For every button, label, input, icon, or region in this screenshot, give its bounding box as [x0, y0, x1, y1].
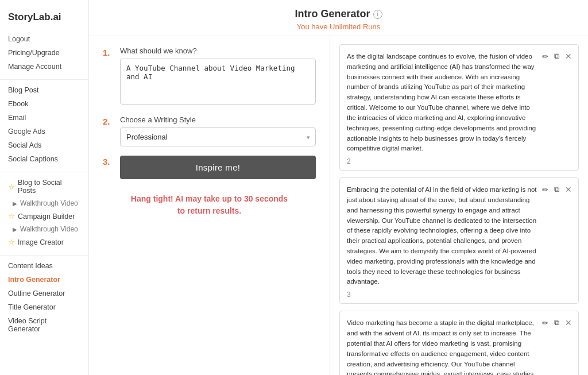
edit-button[interactable]: ✏: [540, 318, 550, 328]
sidebar-item-blog-post[interactable]: Blog Post: [0, 83, 88, 97]
sidebar-item-title-generator[interactable]: Title Generator: [0, 300, 88, 314]
sidebar-sub-walkthrough-2[interactable]: ▶ Walkthrough Video: [0, 223, 88, 235]
result-card-text: Embracing the potential of AI in the fie…: [347, 185, 571, 287]
result-card: Video marketing has become a staple in t…: [339, 311, 579, 375]
step-number-2: 2.: [103, 117, 113, 126]
close-button[interactable]: ✕: [563, 51, 574, 62]
star-icon-1: ☆: [8, 183, 15, 191]
star-section: ☆ Blog to Social Posts ▶ Walkthrough Vid…: [0, 176, 88, 252]
sidebar-item-campaign-builder[interactable]: ☆ Campaign Builder: [0, 209, 88, 223]
star-icon-3: ☆: [8, 238, 15, 246]
form-step-3: 3. Inspire me!: [103, 156, 316, 179]
copy-button[interactable]: ⧉: [552, 51, 561, 62]
result-card-number: 2: [347, 157, 571, 165]
sidebar: StoryLab.ai Logout Pricing/Upgrade Manag…: [0, 0, 89, 375]
sidebar-item-google-ads[interactable]: Google Ads: [0, 125, 88, 138]
result-card-actions: ✏ ⧉ ✕: [540, 51, 574, 62]
page-header: Intro Generator i You have Unlimited Run…: [89, 0, 588, 36]
result-card-actions: ✏ ⧉ ✕: [540, 184, 574, 195]
copy-button[interactable]: ⧉: [552, 184, 561, 195]
star-icon-2: ☆: [8, 212, 15, 221]
form-step-2: 2. Choose a Writing Style ProfessionalCa…: [103, 115, 316, 146]
sidebar-item-manage-account[interactable]: Manage Account: [0, 60, 88, 74]
sidebar-item-logout[interactable]: Logout: [0, 32, 88, 46]
bottom-section: Content Ideas Intro Generator Outline Ge…: [0, 259, 88, 338]
sidebar-item-content-ideas[interactable]: Content Ideas: [0, 259, 88, 273]
sidebar-sub-walkthrough-1[interactable]: ▶ Walkthrough Video: [0, 198, 88, 209]
edit-button[interactable]: ✏: [540, 51, 550, 62]
step-number-1: 1.: [103, 48, 113, 57]
what-should-we-know-input[interactable]: [120, 59, 316, 105]
edit-button[interactable]: ✏: [540, 184, 550, 195]
form-field-2: Choose a Writing Style ProfessionalCasua…: [120, 115, 316, 146]
result-card: Embracing the potential of AI in the fie…: [339, 177, 579, 304]
result-card: As the digital landscape continues to ev…: [339, 44, 579, 171]
close-button[interactable]: ✕: [563, 317, 574, 328]
sidebar-item-outline-generator[interactable]: Outline Generator: [0, 287, 88, 300]
sidebar-item-video-script[interactable]: Video Script Generator: [0, 314, 88, 336]
sidebar-item-image-creator[interactable]: ☆ Image Creator: [0, 235, 88, 249]
form-step-1: 1. What should we know?: [103, 47, 316, 106]
sidebar-item-ebook[interactable]: Ebook: [0, 97, 88, 111]
page-title: Intro Generator i: [100, 8, 577, 20]
sidebar-item-intro-generator[interactable]: Intro Generator: [0, 273, 88, 287]
divider-1: [0, 79, 88, 80]
results-panel: As the digital landscape continues to ev…: [330, 36, 588, 375]
sidebar-item-pricing[interactable]: Pricing/Upgrade: [0, 46, 88, 60]
sidebar-item-blog-social-posts[interactable]: ☆ Blog to Social Posts: [0, 176, 88, 198]
result-card-text: As the digital landscape continues to ev…: [347, 52, 571, 154]
writing-style-wrapper: ProfessionalCasualFormalCreativeFriendly…: [120, 127, 316, 146]
nav-section: Blog Post Ebook Email Google Ads Social …: [0, 83, 88, 168]
form-panel: 1. What should we know? 2. Choose a Writ…: [89, 36, 330, 375]
form-field-1: What should we know?: [120, 47, 316, 106]
copy-button[interactable]: ⧉: [552, 317, 561, 328]
info-icon[interactable]: i: [373, 10, 382, 19]
inspire-button[interactable]: Inspire me!: [120, 156, 316, 179]
main-panel: Intro Generator i You have Unlimited Run…: [89, 0, 588, 375]
sidebar-item-social-ads[interactable]: Social Ads: [0, 138, 88, 152]
form-label-2: Choose a Writing Style: [120, 115, 316, 124]
top-links: Logout Pricing/Upgrade Manage Account: [0, 32, 88, 76]
result-card-text: Video marketing has become a staple in t…: [347, 318, 571, 375]
result-card-actions: ✏ ⧉ ✕: [540, 317, 574, 328]
hang-tight-message: Hang tight! AI may take up to 30 seconds…: [103, 193, 316, 217]
close-button[interactable]: ✕: [563, 184, 574, 195]
writing-style-select[interactable]: ProfessionalCasualFormalCreativeFriendly: [120, 127, 316, 146]
form-label-1: What should we know?: [120, 47, 316, 55]
divider-3: [0, 255, 88, 256]
logo: StoryLab.ai: [0, 7, 88, 32]
result-card-number: 3: [347, 291, 571, 299]
step-number-3: 3.: [103, 157, 113, 167]
unlimited-runs-text: You have Unlimited Runs: [100, 22, 577, 31]
video-icon-1: ▶: [13, 200, 17, 207]
sidebar-item-social-captions[interactable]: Social Captions: [0, 152, 88, 166]
content-area: 1. What should we know? 2. Choose a Writ…: [89, 36, 588, 375]
divider-2: [0, 172, 88, 172]
form-field-3: Inspire me!: [120, 156, 316, 179]
video-icon-2: ▶: [13, 226, 17, 233]
sidebar-item-email[interactable]: Email: [0, 111, 88, 125]
